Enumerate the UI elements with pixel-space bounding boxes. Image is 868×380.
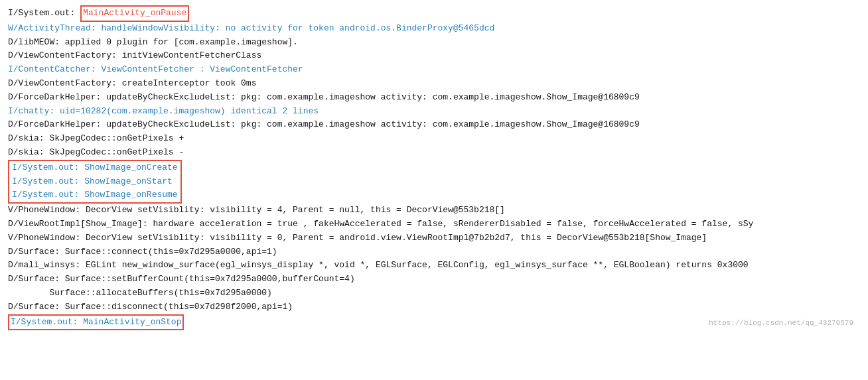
log-line: Surface::allocateBuffers(this=0x7d295a00… — [8, 286, 860, 300]
log-line: I/System.out: ShowImage_onStart — [12, 175, 178, 189]
log-line: I/chatty: uid=10282(com.example.imagesho… — [8, 105, 860, 119]
log-line: D/ViewContentFactory: initViewContentFet… — [8, 49, 860, 63]
log-line: D/ViewContentFactory: createInterceptor … — [8, 77, 860, 91]
log-line: D/Surface: Surface::disconnect(this=0x7d… — [8, 300, 860, 314]
log-line: I/System.out: MainActivity_onPause — [8, 5, 860, 22]
log-line: D/ForceDarkHelper: updateByCheckExcludeL… — [8, 91, 860, 105]
log-highlight: MainActivity_onPause — [80, 5, 189, 22]
log-line: D/mali_winsys: EGLint new_window_surface… — [8, 259, 860, 273]
log-line: W/ActivityThread: handleWindowVisibility… — [8, 22, 860, 36]
log-line: D/Surface: Surface::connect(this=0x7d295… — [8, 245, 860, 259]
log-line: D/ViewRootImpl[Show_Image]: hardware acc… — [8, 218, 860, 231]
log-line: V/PhoneWindow: DecorView setVisiblity: v… — [8, 204, 860, 218]
watermark: https://blog.csdn.net/qq_43279579 — [709, 318, 853, 330]
log-line: D/Surface: Surface::setBufferCount(this=… — [8, 273, 860, 286]
log-line: D/skia: SkJpegCodec::onGetPixels - — [8, 146, 860, 160]
log-line: V/PhoneWindow: DecorView setVisiblity: v… — [8, 231, 860, 245]
log-line: I/System.out: ShowImage_onResume — [12, 188, 178, 202]
log-line: I/System.out: ShowImage_onCreate — [12, 161, 178, 175]
log-line: D/ForceDarkHelper: updateByCheckExcludeL… — [8, 118, 860, 132]
log-line: I/ContentCatcher: ViewContentFetcher : V… — [8, 63, 860, 77]
show-image-section: I/System.out: ShowImage_onCreate I/Syste… — [8, 160, 182, 204]
log-prefix: I/System.out: — [8, 8, 80, 18]
log-line: D/libMEOW: applied 0 plugin for [com.exa… — [8, 36, 860, 50]
log-highlight: I/System.out: MainActivity_onStop — [8, 314, 184, 331]
log-container: I/System.out: MainActivity_onPause W/Act… — [8, 5, 860, 330]
log-line: D/skia: SkJpegCodec::onGetPixels + — [8, 132, 860, 146]
